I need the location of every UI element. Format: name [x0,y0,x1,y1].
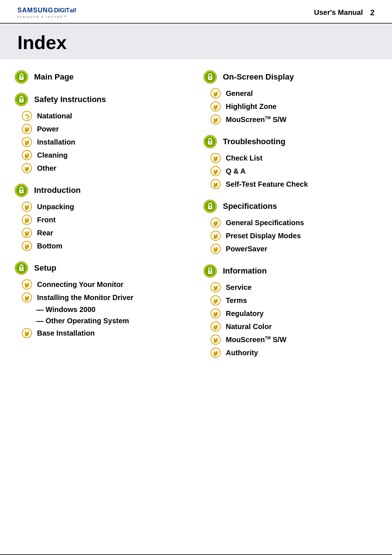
item-powersaver[interactable]: PowerSaver [203,242,377,255]
section-osd: On-Screen Display General Highlight Zone… [203,70,377,126]
svg-point-31 [209,77,211,79]
sub-arrow-icon [22,292,32,303]
item-natural-color[interactable]: Natural Color [203,320,377,333]
sub-arrow-icon [211,321,221,332]
section-troubleshooting: Troubleshooting Check List Q & A Self-Te… [203,135,377,191]
item-preset-display[interactable]: Preset Display Modes [203,229,377,242]
svg-point-52 [209,271,211,273]
column-right: On-Screen Display General Highlight Zone… [196,70,377,540]
sub-arrow-icon [211,335,221,345]
section-setup: Setup Connecting Your Monitor Installing… [15,261,189,340]
item-windows-2000-label: — Windows 2000 [36,305,95,314]
header-page: 2 [370,8,375,17]
item-rear[interactable]: Rear [15,226,189,239]
item-power[interactable]: Power [15,122,189,135]
item-installation-label: Installation [37,138,75,146]
header-title: User's Manual [314,8,363,17]
item-check-list[interactable]: Check List [203,151,377,165]
item-mouscreen-sw-osd[interactable]: MouScreenTM S/W [203,113,377,126]
item-power-label: Power [37,125,59,133]
sub-arrow-icon [22,215,32,225]
section-main-page-header: Main Page [15,70,189,84]
item-self-test[interactable]: Self-Test Feature Check [203,178,377,191]
sub-arrow-icon [211,348,221,358]
item-authority[interactable]: Authority [203,346,377,359]
item-general[interactable]: General [203,87,377,100]
item-front[interactable]: Front [15,213,189,226]
sub-arrow-icon [211,308,221,319]
sub-arrow-icon [22,111,32,121]
item-installing-driver[interactable]: Installing the Monitor Driver [15,291,189,304]
sub-arrow-icon [22,328,32,338]
item-mouscreen-sw-info[interactable]: MouScreenTM S/W [203,333,377,346]
section-specifications-header: Specifications [203,199,377,213]
sub-arrow-icon [211,88,221,98]
introduction-icon[interactable] [15,183,28,197]
section-information: Information Service Terms Regulatory Nat… [203,264,377,359]
section-safety-title: Safety Instructions [34,95,106,104]
section-main-page-title: Main Page [34,72,74,82]
section-troubleshooting-title: Troubleshooting [223,137,285,146]
item-terms-label: Terms [226,296,247,305]
logo-digit: DIGITall [54,7,76,14]
item-windows-2000[interactable]: — Windows 2000 [15,304,189,315]
item-unpacking-label: Unpacking [37,203,74,211]
logo-tagline: everyone's invited™ [17,15,68,19]
item-natational[interactable]: Natational [15,109,189,122]
item-connecting-monitor[interactable]: Connecting Your Monitor [15,278,189,291]
sub-arrow-icon [211,101,221,112]
main-page-icon[interactable] [15,70,28,84]
sub-arrow-icon [211,166,221,176]
item-rear-label: Rear [37,229,53,237]
osd-icon[interactable] [203,70,217,84]
item-general-specs[interactable]: General Specifications [203,216,377,229]
item-bottom[interactable]: Bottom [15,239,189,252]
item-general-specs-label: General Specifications [226,219,304,227]
item-mouscreen-sw-info-label: MouScreenTM S/W [226,336,286,344]
sub-arrow-icon [211,179,221,189]
safety-icon[interactable] [15,93,28,106]
item-installing-driver-label: Installing the Monitor Driver [37,293,134,302]
item-powersaver-label: PowerSaver [226,245,268,253]
item-base-installation[interactable]: Base Installation [15,327,189,340]
information-icon[interactable] [203,264,217,278]
item-service[interactable]: Service [203,281,377,294]
section-troubleshooting-header: Troubleshooting [203,135,377,149]
item-other[interactable]: Other [15,162,189,175]
item-unpacking[interactable]: Unpacking [15,200,189,213]
item-other-os[interactable]: — Other Operating System [15,315,189,327]
item-cleaning[interactable]: Cleaning [15,149,189,162]
main-content: Main Page Safety Instructions [0,59,392,551]
section-specifications: Specifications General Specifications Pr… [203,199,377,255]
item-service-label: Service [226,283,252,292]
sub-arrow-icon [211,231,221,241]
sub-arrow-icon [211,244,221,254]
item-front-label: Front [37,216,56,224]
item-natural-color-label: Natural Color [226,323,272,331]
troubleshooting-icon[interactable] [203,135,217,149]
item-cleaning-label: Cleaning [37,151,68,159]
specifications-icon[interactable] [203,199,217,213]
item-qanda-label: Q & A [226,167,246,175]
item-highlight-zone[interactable]: Highlight Zone [203,100,377,113]
header-right: User's Manual 2 [314,8,375,17]
item-mouscreen-sw-osd-label: MouScreenTM S/W [226,116,286,124]
svg-point-38 [209,142,211,143]
item-qanda[interactable]: Q & A [203,165,377,178]
section-safety-header: Safety Instructions [15,93,189,106]
svg-point-24 [21,268,22,270]
sub-arrow-icon [22,163,32,173]
item-terms[interactable]: Terms [203,294,377,307]
sub-arrow-icon [211,295,221,305]
section-setup-header: Setup [15,261,189,275]
item-regulatory[interactable]: Regulatory [203,307,377,320]
item-self-test-label: Self-Test Feature Check [226,180,308,189]
section-main-page: Main Page [15,70,189,84]
item-check-list-label: Check List [226,154,262,162]
item-installation[interactable]: Installation [15,135,189,149]
header: SAMSUNG DIGITall everyone's invited™ Use… [0,0,392,24]
svg-point-45 [209,207,211,208]
setup-icon[interactable] [15,261,28,275]
item-connecting-monitor-label: Connecting Your Monitor [37,280,123,289]
sub-arrow-icon [22,202,32,212]
